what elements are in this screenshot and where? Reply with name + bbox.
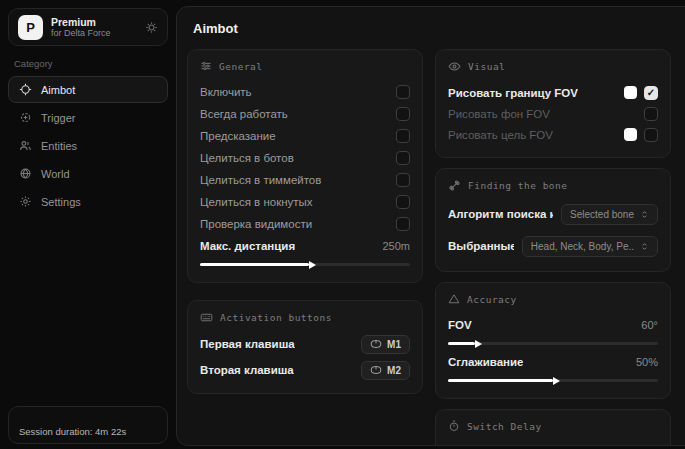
- sidebar-item-label: Aimbot: [41, 84, 75, 96]
- slider-row: FOV 60°: [448, 314, 658, 336]
- globe-icon: [19, 167, 32, 180]
- slider-label: Макс. дистанция: [200, 240, 295, 252]
- slider-row: Сглаживание 50%: [448, 351, 658, 373]
- users-icon: [19, 139, 32, 152]
- keybind-label: Вторая клавиша: [200, 364, 294, 376]
- toggle-row: Задержка переключения: [448, 441, 658, 446]
- toggle-row: Целиться в тиммейтов: [200, 169, 410, 191]
- main-panel: Aimbot General Включить Всег: [176, 6, 685, 446]
- brand-text: Premium for Delta Force: [51, 16, 137, 38]
- bone-row: Алгоритм поиска кости Selected bone: [448, 201, 658, 227]
- triangle-icon: [448, 293, 460, 305]
- bone-algorithm-label: Алгоритм поиска кости: [448, 208, 553, 220]
- bone-algorithm-select[interactable]: Selected bone: [561, 204, 658, 225]
- sidebar: P Premium for Delta Force Category Aimbo…: [0, 0, 176, 449]
- checkbox[interactable]: [644, 445, 658, 446]
- slider-fill[interactable]: [200, 263, 309, 266]
- panel-title: Finding the bone: [468, 180, 568, 191]
- switch-delay-panel-header: Switch Delay: [448, 420, 658, 432]
- general-panel: General Включить Всегда работать Предска…: [187, 49, 423, 283]
- fov-value: 60°: [641, 319, 658, 331]
- toggle-row: Целиться в нокнутых: [200, 191, 410, 213]
- fov-label: FOV: [448, 319, 472, 331]
- activation-buttons-panel: Activation buttons Первая клавиша M1: [187, 300, 423, 394]
- sidebar-item-settings[interactable]: Settings: [8, 188, 168, 215]
- keybind-value: M2: [387, 365, 401, 376]
- smoothing-label: Сглаживание: [448, 356, 523, 368]
- sidebar-nav: Aimbot Trigger Entities: [0, 76, 176, 215]
- target-plus-icon: [19, 111, 32, 124]
- checkbox[interactable]: [396, 217, 410, 231]
- eye-icon: [448, 60, 461, 73]
- checkbox[interactable]: [396, 129, 410, 143]
- session-duration: Session duration: 4m 22s: [19, 426, 126, 437]
- visual-label: Рисовать фон FOV: [448, 108, 550, 120]
- toggle-label: Включить: [200, 86, 252, 98]
- checkbox[interactable]: [644, 86, 658, 100]
- smoothing-slider[interactable]: [448, 379, 658, 382]
- finding-the-bone-panel: Finding the bone Алгоритм поиска кости S…: [435, 168, 671, 272]
- visual-panel-header: Visual: [448, 60, 658, 73]
- brand-card: P Premium for Delta Force: [8, 8, 168, 46]
- sidebar-item-aimbot[interactable]: Aimbot: [8, 76, 168, 103]
- checkbox[interactable]: [644, 107, 658, 121]
- sidebar-item-trigger[interactable]: Trigger: [8, 104, 168, 131]
- toggle-label: Целиться в ботов: [200, 152, 294, 164]
- checkbox[interactable]: [396, 195, 410, 209]
- accuracy-panel-header: Accuracy: [448, 293, 658, 305]
- brand-subtitle: for Delta Force: [51, 28, 137, 38]
- gear-icon[interactable]: [145, 21, 158, 34]
- max-distance-slider[interactable]: [200, 263, 410, 266]
- content-columns: General Включить Всегда работать Предска…: [187, 49, 685, 446]
- slider-fill[interactable]: [448, 379, 553, 382]
- smoothing-value: 50%: [636, 356, 658, 368]
- second-key-button[interactable]: M2: [361, 361, 410, 380]
- checkbox[interactable]: [644, 128, 658, 142]
- mouse-icon: [370, 339, 382, 349]
- session-box: Session duration: 4m 22s: [8, 406, 168, 444]
- sidebar-item-label: Entities: [41, 140, 77, 152]
- visual-label: Рисовать цель FOV: [448, 129, 553, 141]
- panel-title: General: [219, 61, 263, 72]
- toggle-label: Целиться в нокнутых: [200, 196, 313, 208]
- gear-icon: [19, 195, 32, 208]
- switch-delay-panel: Switch Delay Задержка переключения Задер…: [435, 409, 671, 446]
- bone-row: Выбранные кости Head, Neck, Body, Pe..: [448, 233, 658, 259]
- keybind-label: Первая клавиша: [200, 338, 295, 350]
- page-title: Aimbot: [193, 21, 685, 36]
- fov-target-color-swatch[interactable]: [624, 128, 637, 141]
- checkbox[interactable]: [396, 107, 410, 121]
- toggle-row: Включить: [200, 81, 410, 103]
- right-column: Visual Рисовать границу FOV Рисовать фон…: [435, 49, 671, 446]
- first-key-button[interactable]: M1: [361, 335, 410, 354]
- checkbox[interactable]: [396, 151, 410, 165]
- bone-icon: [448, 179, 461, 192]
- general-panel-header: General: [200, 60, 410, 72]
- activation-panel-header: Activation buttons: [200, 311, 410, 324]
- visual-row: Рисовать границу FOV: [448, 82, 658, 103]
- toggle-label: Всегда работать: [200, 108, 288, 120]
- selected-bones-select[interactable]: Head, Neck, Body, Pe..: [522, 236, 658, 257]
- panel-title: Activation buttons: [220, 312, 332, 323]
- slider-fill[interactable]: [448, 342, 475, 345]
- sidebar-item-entities[interactable]: Entities: [8, 132, 168, 159]
- fov-slider[interactable]: [448, 342, 658, 345]
- toggle-label: Предсказание: [200, 130, 276, 142]
- toggle-row: Предсказание: [200, 125, 410, 147]
- bone-panel-header: Finding the bone: [448, 179, 658, 192]
- fov-border-color-swatch[interactable]: [624, 86, 637, 99]
- slider-value: 250m: [382, 240, 410, 252]
- sidebar-item-world[interactable]: World: [8, 160, 168, 187]
- panel-title: Accuracy: [467, 294, 517, 305]
- sidebar-item-label: Trigger: [41, 112, 75, 124]
- visual-row: Рисовать фон FOV: [448, 103, 658, 124]
- checkbox[interactable]: [396, 85, 410, 99]
- checkbox[interactable]: [396, 173, 410, 187]
- keyboard-icon: [200, 311, 213, 324]
- crosshair-icon: [19, 83, 32, 96]
- toggle-row: Целиться в ботов: [200, 147, 410, 169]
- keybind-row: Первая клавиша M1: [200, 333, 410, 355]
- mouse-icon: [370, 365, 382, 375]
- toggle-row: Всегда работать: [200, 103, 410, 125]
- toggle-label: Целиться в тиммейтов: [200, 174, 321, 186]
